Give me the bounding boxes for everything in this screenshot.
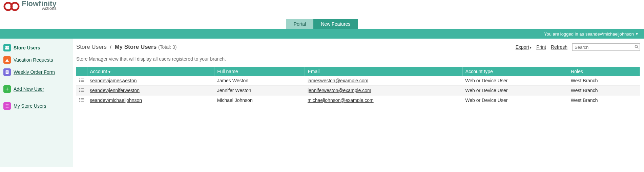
breadcrumb-root[interactable]: Store Users bbox=[76, 44, 107, 50]
users-icon bbox=[3, 44, 11, 51]
sidebar-item-label: Store Users bbox=[14, 45, 40, 50]
svg-rect-26 bbox=[81, 91, 84, 92]
order-form-icon bbox=[3, 68, 11, 76]
table-row[interactable]: seandev\michaeljohnson Michael Johnson m… bbox=[76, 95, 640, 105]
svg-point-2 bbox=[5, 46, 7, 48]
search-box[interactable] bbox=[572, 43, 640, 51]
svg-point-3 bbox=[7, 46, 9, 48]
svg-rect-10 bbox=[6, 105, 9, 105]
svg-rect-32 bbox=[81, 101, 84, 102]
list-icon bbox=[3, 102, 11, 110]
table-row[interactable]: seandev\jamesweston James Weston jameswe… bbox=[76, 76, 640, 86]
search-input[interactable] bbox=[573, 44, 633, 50]
view-description: Store Manager view that will display all… bbox=[76, 56, 640, 62]
breadcrumb-total: (Total: 3) bbox=[158, 44, 176, 50]
email-link[interactable]: jamesweston@example.com bbox=[308, 78, 368, 83]
svg-rect-6 bbox=[6, 71, 8, 71]
account-link[interactable]: seandev\michaeljohnson bbox=[90, 98, 142, 103]
svg-rect-18 bbox=[81, 80, 84, 81]
svg-rect-30 bbox=[81, 100, 84, 100]
email-link[interactable]: jenniferweston@example.com bbox=[308, 88, 371, 93]
login-bar: You are logged in as seandev\michaeljohn… bbox=[0, 29, 644, 39]
flowfinity-logo-icon bbox=[3, 1, 20, 12]
svg-point-19 bbox=[79, 81, 80, 82]
brand-subtitle: Actions bbox=[22, 6, 57, 11]
users-table: Account▼ Full name Email Account type Ro… bbox=[76, 67, 640, 105]
svg-point-29 bbox=[79, 100, 80, 100]
logo: Flowfinity Actions bbox=[3, 1, 57, 12]
svg-point-13 bbox=[635, 45, 638, 47]
row-menu-icon[interactable] bbox=[76, 76, 87, 86]
col-account[interactable]: Account▼ bbox=[87, 67, 214, 76]
sidebar-item-weekly-order-form[interactable]: Weekly Order Form bbox=[3, 67, 69, 79]
cell-full-name: Michael Johnson bbox=[214, 95, 305, 105]
print-link[interactable]: Print bbox=[536, 44, 546, 50]
plus-icon bbox=[3, 85, 11, 93]
user-menu[interactable]: seandev\michaeljohnson bbox=[585, 31, 634, 37]
chevron-down-icon[interactable]: ▼ bbox=[635, 32, 639, 36]
svg-point-23 bbox=[79, 90, 80, 90]
sort-desc-icon: ▼ bbox=[108, 70, 111, 74]
row-menu-icon[interactable] bbox=[76, 86, 87, 95]
header: Flowfinity Actions bbox=[0, 0, 644, 19]
cell-full-name: Jennifer Weston bbox=[214, 86, 305, 95]
svg-rect-20 bbox=[81, 81, 84, 82]
table-row[interactable]: seandev\jenniferweston Jennifer Weston j… bbox=[76, 86, 640, 95]
sidebar-item-add-new-user[interactable]: Add New User bbox=[3, 84, 69, 96]
content: Store Users / My Store Users (Total: 3) … bbox=[73, 39, 644, 167]
cell-account-type: Web or Device User bbox=[462, 95, 568, 105]
sidebar-item-vacation-requests[interactable]: Vacation Requests bbox=[3, 55, 69, 67]
account-link[interactable]: seandev\jamesweston bbox=[90, 78, 137, 83]
export-link[interactable]: Export▾ bbox=[516, 44, 532, 50]
sidebar-item-label: Weekly Order Form bbox=[14, 69, 55, 75]
account-link[interactable]: seandev\jenniferweston bbox=[90, 88, 140, 93]
svg-rect-24 bbox=[81, 90, 84, 90]
svg-line-14 bbox=[637, 47, 639, 48]
header-actions: Export▾ Print Refresh bbox=[516, 43, 640, 51]
sidebar-item-label: Vacation Requests bbox=[14, 57, 53, 63]
svg-point-17 bbox=[79, 80, 80, 81]
svg-point-15 bbox=[79, 79, 80, 79]
breadcrumb: Store Users / My Store Users (Total: 3) bbox=[76, 44, 176, 50]
breadcrumb-current: My Store Users bbox=[115, 44, 157, 50]
sidebar-item-label: Add New User bbox=[14, 86, 44, 92]
vacation-icon bbox=[3, 56, 11, 64]
svg-rect-22 bbox=[81, 88, 84, 89]
login-prefix: You are logged in as bbox=[544, 31, 584, 37]
svg-rect-28 bbox=[81, 98, 84, 99]
svg-point-31 bbox=[79, 101, 80, 102]
cell-roles: West Branch bbox=[568, 76, 640, 86]
svg-rect-16 bbox=[81, 79, 84, 79]
cell-account-type: Web or Device User bbox=[462, 86, 568, 95]
svg-rect-7 bbox=[6, 72, 8, 72]
sidebar-item-store-users[interactable]: Store Users bbox=[3, 43, 69, 55]
email-link[interactable]: michaeljohnson@example.com bbox=[308, 98, 374, 103]
search-icon[interactable] bbox=[633, 44, 640, 50]
svg-rect-12 bbox=[6, 107, 9, 108]
col-account-type[interactable]: Account type bbox=[462, 67, 568, 76]
row-menu-icon[interactable] bbox=[76, 95, 87, 105]
sidebar: Store Users Vacation Requests Weekly Ord… bbox=[0, 39, 73, 167]
svg-rect-11 bbox=[6, 106, 9, 106]
cell-roles: West Branch bbox=[568, 95, 640, 105]
brand-name: Flowfinity bbox=[22, 1, 57, 6]
svg-point-21 bbox=[79, 88, 80, 89]
sidebar-item-my-store-users[interactable]: My Store Users bbox=[3, 101, 69, 113]
svg-rect-9 bbox=[6, 89, 9, 89]
col-full-name[interactable]: Full name bbox=[214, 67, 305, 76]
svg-point-27 bbox=[79, 98, 80, 99]
tab-new-features[interactable]: New Features bbox=[313, 19, 358, 29]
refresh-link[interactable]: Refresh bbox=[551, 44, 567, 50]
cell-account-type: Web or Device User bbox=[462, 76, 568, 86]
svg-point-25 bbox=[79, 91, 80, 92]
cell-roles: West Branch bbox=[568, 86, 640, 95]
col-handle bbox=[76, 67, 87, 76]
svg-rect-4 bbox=[5, 48, 9, 49]
tabs-bar: Portal New Features bbox=[0, 19, 644, 29]
col-roles[interactable]: Roles bbox=[568, 67, 640, 76]
tab-portal[interactable]: Portal bbox=[286, 19, 314, 29]
cell-full-name: James Weston bbox=[214, 76, 305, 86]
sidebar-item-label: My Store Users bbox=[14, 103, 46, 109]
col-email[interactable]: Email bbox=[305, 67, 462, 76]
